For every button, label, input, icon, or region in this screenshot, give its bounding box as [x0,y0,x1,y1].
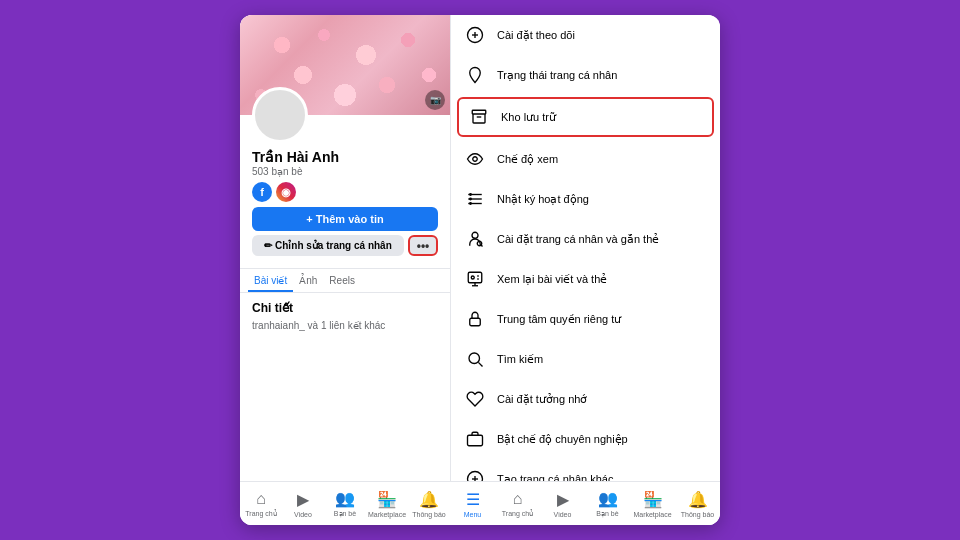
privacy-center-label: Trung tâm quyền riêng tư [497,313,621,326]
svg-rect-20 [468,435,483,446]
review-posts-label: Xem lại bài viết và thẻ [497,273,607,286]
nav-menu-right[interactable]: ☰ Menu [450,490,495,518]
profile-tabs: Bài viết Ảnh Reels [240,268,450,292]
avatar-wrapper [252,87,450,143]
edit-row: ✏ Chỉnh sửa trang cá nhân ••• [252,235,438,256]
notifications-icon: 🔔 [419,490,439,509]
marketplace-icon-right: 🏪 [643,490,663,509]
facebook-icon-badge: f [252,182,272,202]
nav-video-label: Video [294,511,312,518]
nav-home-right-label: Trang chủ [502,510,533,518]
bottom-nav-right: ☰ Menu ⌂ Trang chủ ▶ Video 👥 Bạn bè 🏪 Ma… [450,481,720,525]
add-to-story-button[interactable]: + Thêm vào tin [252,207,438,231]
nav-notifications-label: Thông báo [412,511,445,518]
profile-tag-settings-icon [463,227,487,251]
nav-notifications-right-label: Thông báo [681,511,714,518]
search-label: Tìm kiếm [497,353,543,366]
notifications-icon-right: 🔔 [688,490,708,509]
svg-point-10 [470,198,472,200]
profile-panel: 📷 Trần Hài Anh 503 bạn bè f ◉ + Thêm vào… [240,15,450,525]
svg-line-14 [481,245,482,246]
nav-video-right-label: Video [554,511,572,518]
profile-status-icon [463,63,487,87]
nav-marketplace-right[interactable]: 🏪 Marketplace [630,490,675,518]
nav-home-right[interactable]: ⌂ Trang chủ [495,490,540,518]
svg-point-5 [473,157,478,162]
view-mode-label: Chế độ xem [497,153,558,166]
svg-line-19 [478,362,482,366]
profile-icons: f ◉ [252,182,438,202]
nav-friends-right-label: Bạn bè [596,510,618,518]
activity-log-icon [463,187,487,211]
nav-video-right[interactable]: ▶ Video [540,490,585,518]
nav-home-label: Trang chủ [245,510,276,518]
detail-section: Chi tiết tranhaianh_ và 1 liên kết khác [240,292,450,339]
menu-item-professional-mode[interactable]: Bật chế độ chuyên nghiệp [451,419,720,459]
edit-profile-button[interactable]: ✏ Chỉnh sửa trang cá nhân [252,235,404,256]
tab-photos[interactable]: Ảnh [293,269,323,292]
bottom-nav-left: ⌂ Trang chủ ▶ Video 👥 Bạn bè 🏪 Marketpla… [240,481,450,525]
menu-item-view-mode[interactable]: Chế độ xem [451,139,720,179]
menu-item-activity-log[interactable]: Nhật ký hoạt động [451,179,720,219]
menu-item-search[interactable]: Tìm kiếm [451,339,720,379]
profile-status-label: Trạng thái trang cá nhân [497,69,617,82]
nav-friends-right[interactable]: 👥 Bạn bè [585,489,630,518]
detail-title: Chi tiết [252,301,438,315]
nav-marketplace[interactable]: 🏪 Marketplace [366,490,408,518]
svg-point-18 [469,353,480,364]
professional-mode-label: Bật chế độ chuyên nghiệp [497,433,628,446]
nav-notifications-right[interactable]: 🔔 Thông báo [675,490,720,518]
menu-item-profile-status[interactable]: Trạng thái trang cá nhân [451,55,720,95]
archive-label: Kho lưu trữ [501,111,556,124]
menu-panel: Cài đặt theo dõi Trạng thái trang cá nhâ… [450,15,720,525]
tab-reels[interactable]: Reels [323,269,361,292]
nav-marketplace-label: Marketplace [368,511,406,518]
home-icon-right: ⌂ [513,490,523,508]
review-posts-icon [463,267,487,291]
menu-icon-nav: ☰ [466,490,480,509]
follow-settings-icon [463,23,487,47]
follow-settings-label: Cài đặt theo dõi [497,29,575,42]
nav-menu-label: Menu [464,511,482,518]
menu-item-follow-settings[interactable]: Cài đặt theo dõi [451,15,720,55]
tab-posts[interactable]: Bài viết [248,269,293,292]
profile-friends: 503 bạn bè [252,166,438,177]
activity-log-label: Nhật ký hoạt động [497,193,589,206]
svg-point-9 [470,194,472,196]
menu-item-archive[interactable]: Kho lưu trữ [457,97,714,137]
memorial-settings-label: Cài đặt tưởng nhớ [497,393,587,406]
memorial-settings-icon [463,387,487,411]
svg-point-16 [471,276,474,279]
view-mode-icon [463,147,487,171]
phone-container: 📷 Trần Hài Anh 503 bạn bè f ◉ + Thêm vào… [240,15,720,525]
nav-marketplace-right-label: Marketplace [633,511,671,518]
nav-video[interactable]: ▶ Video [282,490,324,518]
marketplace-icon: 🏪 [377,490,397,509]
menu-item-privacy-center[interactable]: Trung tâm quyền riêng tư [451,299,720,339]
svg-point-12 [472,232,478,238]
instagram-icon-badge: ◉ [276,182,296,202]
nav-friends-label: Bạn bè [334,510,356,518]
profile-name: Trần Hài Anh [252,149,438,165]
nav-home[interactable]: ⌂ Trang chủ [240,490,282,518]
home-icon: ⌂ [256,490,266,508]
privacy-center-icon [463,307,487,331]
svg-rect-17 [470,318,481,326]
svg-rect-3 [472,110,486,114]
detail-link[interactable]: tranhaianh_ và 1 liên kết khác [252,320,438,331]
more-options-button[interactable]: ••• [408,235,438,256]
archive-icon [467,105,491,129]
profile-info: Trần Hài Anh 503 bạn bè f ◉ + Thêm vào t… [240,143,450,262]
avatar [252,87,308,143]
nav-notifications[interactable]: 🔔 Thông báo [408,490,450,518]
menu-item-profile-settings-tag[interactable]: Cài đặt trang cá nhân và gắn thẻ [451,219,720,259]
video-icon-right: ▶ [557,490,569,509]
menu-item-review-posts[interactable]: Xem lại bài viết và thẻ [451,259,720,299]
svg-point-11 [470,203,472,205]
svg-rect-15 [468,272,482,283]
friends-icon: 👥 [335,489,355,508]
search-icon [463,347,487,371]
menu-item-memorial-settings[interactable]: Cài đặt tưởng nhớ [451,379,720,419]
nav-friends[interactable]: 👥 Bạn bè [324,489,366,518]
video-icon: ▶ [297,490,309,509]
